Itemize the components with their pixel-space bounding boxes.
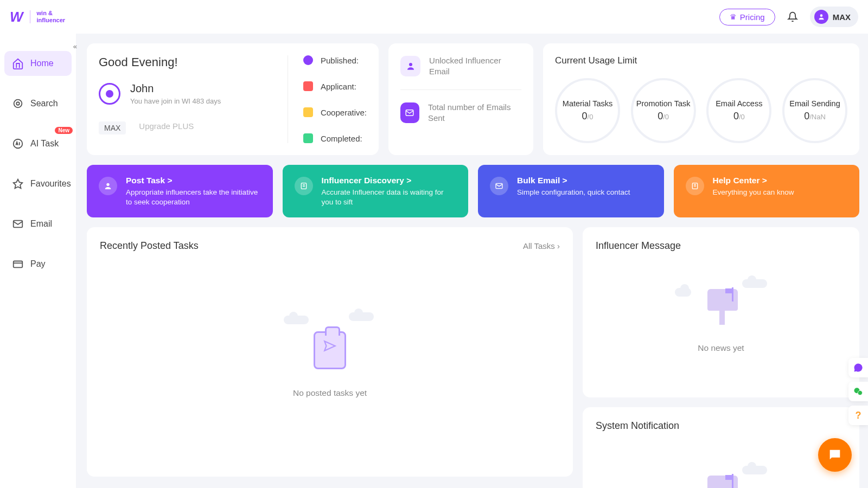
ring-num: 0 (582, 111, 588, 121)
ring-label: Material Tasks (563, 99, 612, 108)
bottom-row: Recently Posted Tasks All Tasks › No pos… (87, 227, 859, 488)
sidebar-item-label: Email (30, 219, 52, 229)
sidebar-item-label: Pay (30, 259, 46, 269)
svg-rect-6 (14, 261, 23, 268)
user-avatar-icon (814, 10, 828, 24)
divider (400, 89, 521, 90)
new-badge: New (55, 127, 73, 134)
svg-point-7 (409, 63, 412, 66)
crown-icon: ♛ (730, 12, 737, 21)
card-icon (12, 258, 24, 270)
stat-label: Published: (321, 56, 359, 65)
action-help-center[interactable]: Help Center >Everything you can know (674, 165, 860, 217)
action-title: Post Task > (126, 176, 261, 185)
svg-point-14 (858, 390, 862, 395)
ring-material: Material Tasks0/0 (555, 78, 620, 143)
greeting-name: John (130, 82, 221, 95)
float-column: ? (848, 358, 868, 425)
svg-point-0 (820, 14, 822, 17)
panel-title: Influencer Message (596, 240, 681, 252)
dot-icon (303, 81, 313, 91)
sidebar-item-email[interactable]: Email (4, 211, 72, 236)
emails-sent: Total number of Emails Sent (400, 102, 521, 124)
pricing-label: Pricing (740, 12, 765, 22)
upgrade-link[interactable]: Upgrade PLUS (139, 121, 194, 134)
empty-state (596, 432, 846, 488)
metric-label: Total number of Emails Sent (428, 102, 521, 124)
sidebar-item-favourites[interactable]: Favourites (4, 171, 72, 196)
plan-tag: MAX (99, 121, 126, 134)
person-icon (99, 177, 117, 195)
ring-den: /0 (588, 113, 593, 121)
svg-point-2 (16, 102, 20, 105)
action-bulk-email[interactable]: Bulk Email >Simple configuration, quick … (478, 165, 664, 217)
stat-published: Published: (303, 55, 367, 65)
stat-applicant: Applicant: (303, 81, 367, 91)
main-content: Good Evening! John You have join in WI 4… (87, 43, 859, 488)
sidebar-item-home[interactable]: Home (4, 51, 72, 76)
greeting-title: Good Evening! (99, 55, 277, 69)
stat-cooperative: Cooperative: (303, 107, 367, 117)
svg-point-1 (14, 100, 22, 108)
help-icon[interactable]: ? (848, 406, 868, 425)
metrics-card: Unlocked Influencer Email Total number o… (388, 43, 533, 155)
metric-label: Unlocked Influencer Email (429, 55, 521, 78)
link-text: All Tasks (523, 241, 555, 251)
ring-den: /0 (663, 113, 669, 121)
action-title: Help Center > (713, 176, 794, 185)
svg-point-9 (106, 183, 109, 186)
dot-icon (303, 133, 313, 143)
action-row: Post Task >Appropriate influencers take … (87, 165, 859, 217)
sidebar-item-label: Home (30, 59, 54, 68)
influencer-message-panel: Influencer Message No news yet (583, 227, 859, 397)
sidebar: « Home Search AI Task New Favourites Ema… (0, 34, 76, 488)
sidebar-item-label: AI Task (30, 139, 59, 149)
chat-bubble-icon[interactable] (848, 358, 868, 377)
collapse-icon[interactable]: « (73, 42, 77, 50)
empty-text: No posted tasks yet (293, 388, 367, 398)
ring-label: Promotion Task (636, 99, 691, 108)
action-title: Influencer Discovery > (322, 176, 457, 185)
wechat-icon[interactable] (848, 382, 868, 401)
action-desc: Appropriate influencers take the initiat… (126, 188, 261, 207)
logo-mark: W (10, 9, 23, 25)
action-discovery[interactable]: Influencer Discovery >Accurate Influence… (283, 165, 469, 217)
all-tasks-link[interactable]: All Tasks › (523, 241, 560, 251)
sidebar-item-ai-task[interactable]: AI Task New (4, 131, 72, 156)
brand-line2: influencer (37, 17, 66, 24)
logo[interactable]: W win & influencer (10, 9, 65, 25)
sidebar-item-label: Search (30, 99, 58, 108)
greeting-joined: You have join in WI 483 days (130, 97, 221, 105)
mailbox-illustration (675, 465, 767, 488)
notifications-icon[interactable] (782, 6, 803, 28)
pricing-button[interactable]: ♛ Pricing (719, 9, 775, 25)
svg-marker-4 (14, 179, 23, 189)
stat-label: Applicant: (321, 82, 356, 91)
home-icon (12, 57, 24, 69)
chevron-right-icon: › (557, 241, 560, 251)
mail-icon (12, 218, 24, 230)
chat-fab[interactable] (818, 438, 852, 472)
logo-text: win & influencer (37, 10, 66, 24)
sidebar-item-pay[interactable]: Pay (4, 252, 72, 277)
sidebar-item-label: Favourites (30, 179, 71, 189)
usage-card: Current Usage Limit Material Tasks0/0 Pr… (543, 43, 859, 155)
dot-icon (303, 55, 313, 65)
empty-state: No posted tasks yet (100, 252, 560, 459)
envelope-icon (490, 177, 508, 195)
ring-label: Email Sending (789, 99, 840, 108)
action-desc: Everything you can know (713, 188, 794, 197)
ring-label: Email Access (716, 99, 762, 108)
sidebar-item-search[interactable]: Search (4, 91, 72, 116)
document-icon (295, 177, 313, 195)
ring-num: 0 (733, 111, 739, 121)
topbar: W win & influencer ♛ Pricing MAX (0, 0, 868, 34)
ring-num: 0 (804, 111, 809, 121)
user-menu[interactable]: MAX (810, 7, 858, 27)
user-label: MAX (833, 12, 851, 22)
empty-text: No news yet (698, 343, 744, 353)
ring-den: /NaN (809, 113, 826, 121)
action-post-task[interactable]: Post Task >Appropriate influencers take … (87, 165, 273, 217)
action-desc: Simple configuration, quick contact (517, 188, 630, 197)
stat-label: Cooperative: (321, 108, 367, 117)
